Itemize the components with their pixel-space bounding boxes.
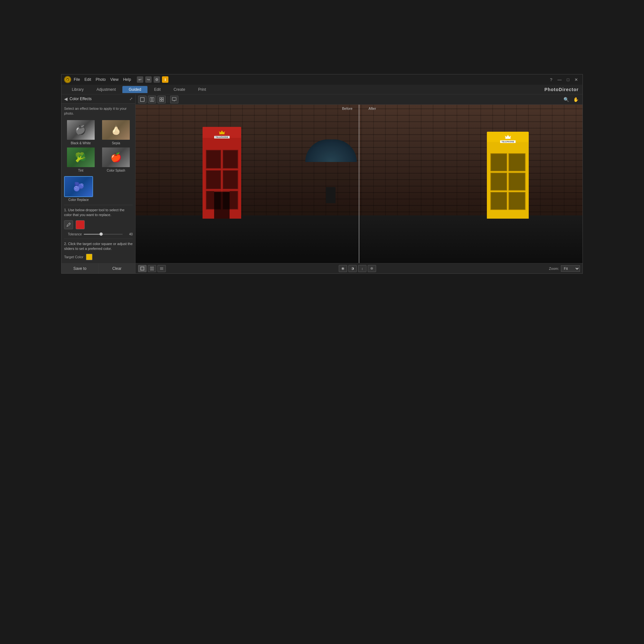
view-grid-btn[interactable] xyxy=(157,96,166,103)
view-monitor-btn[interactable] xyxy=(170,96,178,103)
menu-edit[interactable]: Edit xyxy=(84,77,91,82)
source-color-swatch[interactable] xyxy=(76,220,85,229)
photo-canvas: TELEPHONE xyxy=(136,105,582,263)
view-single-btn[interactable] xyxy=(138,96,147,103)
effect-splash-thumbnail xyxy=(101,147,130,168)
umbrella xyxy=(305,139,357,162)
svg-point-4 xyxy=(67,226,68,227)
target-color-label: Target Color xyxy=(64,255,83,259)
svg-rect-6 xyxy=(150,98,152,101)
menu-file[interactable]: File xyxy=(74,77,80,82)
svg-rect-15 xyxy=(141,267,144,270)
after-label: After xyxy=(369,107,376,110)
magnify-icon[interactable]: 🔍 xyxy=(562,96,570,103)
panel-description: Select an effect below to apply it to yo… xyxy=(64,106,133,116)
person-body xyxy=(326,187,336,203)
single-view-btn[interactable] xyxy=(138,265,147,272)
tolerance-slider[interactable] xyxy=(84,234,123,235)
mask-btn[interactable]: ◉ xyxy=(339,265,347,272)
menu-help[interactable]: Help xyxy=(123,77,131,82)
effect-tint-thumbnail xyxy=(66,147,95,168)
effect-sepia-thumbnail xyxy=(101,119,130,140)
settings-icon[interactable]: ⚙ xyxy=(154,76,160,83)
info2-btn[interactable]: ⊕ xyxy=(368,265,376,272)
bottom-toolbar: ◉ ◑ ↕ ⊕ Zoom: Fit 25% 50% 75% 100% 150% … xyxy=(136,263,582,273)
tab-adjustment[interactable]: Adjustment xyxy=(90,86,122,93)
target-color-swatch[interactable] xyxy=(86,254,92,260)
effect-splash[interactable]: Color Splash xyxy=(99,147,133,172)
effect-bw[interactable]: Black & White xyxy=(64,119,98,145)
title-bar: P File Edit Photo View Help ↩ ↪ ⚙ ℹ ? — … xyxy=(62,74,582,85)
panel-header: ◀ Color Effects ⤢ xyxy=(62,94,135,104)
svg-line-3 xyxy=(69,223,70,224)
zoom-select[interactable]: Fit 25% 50% 75% 100% 150% 200% xyxy=(561,265,580,272)
yellow-booth-sign: TELEPHONE xyxy=(500,140,516,143)
yellow-window-4 xyxy=(508,173,526,191)
tab-create[interactable]: Create xyxy=(167,86,192,93)
yellow-window-2 xyxy=(508,153,526,171)
red-phone-booth: TELEPHONE xyxy=(203,127,241,219)
effect-tint[interactable]: Tint xyxy=(64,147,98,172)
tolerance-row: Tolerance 40 xyxy=(64,232,133,236)
nav-tabs: Library Adjustment Guided Edit Create Pr… xyxy=(62,85,582,94)
effects-grid: Black & White Sepia Tint xyxy=(64,119,133,172)
redo-icon[interactable]: ↪ xyxy=(145,76,152,83)
history-btn[interactable] xyxy=(157,265,166,272)
booth-window-1 xyxy=(206,150,221,169)
step1-text: 1. Use below dropper tool to select the … xyxy=(64,208,133,218)
eyedropper-button[interactable] xyxy=(64,220,73,229)
svg-rect-17 xyxy=(152,267,154,270)
effect-replace-label: Color Replace xyxy=(68,198,89,202)
sepia-thumb-inner xyxy=(102,120,130,140)
help-btn[interactable]: ? xyxy=(548,77,554,83)
info-icon[interactable]: ℹ xyxy=(162,76,168,83)
yellow-booth-body: TELEPHONE xyxy=(487,132,529,219)
svg-rect-5 xyxy=(140,98,144,101)
toolbar-icons: ↩ ↪ ⚙ ℹ xyxy=(137,76,168,83)
panel-export-icon[interactable]: ⤢ xyxy=(129,97,133,101)
tab-print[interactable]: Print xyxy=(192,86,213,93)
toolbar-divider xyxy=(168,96,168,103)
svg-rect-10 xyxy=(160,100,161,101)
tab-guided[interactable]: Guided xyxy=(122,86,148,93)
effect-sepia[interactable]: Sepia xyxy=(99,119,133,145)
back-button[interactable]: ◀ xyxy=(64,96,68,101)
panel-body: Select an effect below to apply it to yo… xyxy=(62,104,135,263)
tab-library[interactable]: Library xyxy=(65,86,90,93)
view-split-btn[interactable] xyxy=(148,96,156,103)
bottom-right-tools: Zoom: Fit 25% 50% 75% 100% 150% 200% xyxy=(549,265,580,272)
target-color-row: Target Color xyxy=(64,254,133,260)
effect-splash-label: Color Splash xyxy=(107,169,125,172)
svg-rect-12 xyxy=(172,98,176,100)
svg-rect-11 xyxy=(162,100,164,101)
photo-main[interactable]: Before After TELEPHON xyxy=(136,105,582,263)
histogram-btn[interactable]: ↕ xyxy=(358,265,366,272)
menu-view[interactable]: View xyxy=(110,77,118,82)
effect-replace[interactable]: Color Replace xyxy=(64,176,93,202)
close-btn[interactable]: ✕ xyxy=(573,77,580,83)
undo-icon[interactable]: ↩ xyxy=(137,76,143,83)
red-booth-body: TELEPHONE xyxy=(203,127,241,219)
bw-thumb-inner xyxy=(67,120,95,140)
svg-rect-8 xyxy=(160,98,161,99)
panel-header-left: ◀ Color Effects xyxy=(64,96,91,101)
save-to-button[interactable]: Save to xyxy=(62,264,99,273)
tab-edit[interactable]: Edit xyxy=(147,86,167,93)
split-line[interactable] xyxy=(359,105,359,263)
hand-icon[interactable]: ✋ xyxy=(572,96,580,103)
photo-area: 🔍 ✋ Before After xyxy=(136,94,582,273)
minimize-btn[interactable]: — xyxy=(555,77,563,83)
divider-1 xyxy=(64,205,133,205)
split-view-btn[interactable] xyxy=(148,265,156,272)
clear-button[interactable]: Clear xyxy=(99,264,135,273)
yellow-window-1 xyxy=(490,153,507,171)
svg-rect-9 xyxy=(162,98,164,99)
red-booth-crown xyxy=(219,130,225,134)
compare-btn[interactable]: ◑ xyxy=(348,265,357,272)
svg-rect-7 xyxy=(152,98,154,101)
maximize-btn[interactable]: □ xyxy=(565,77,571,83)
menu-photo[interactable]: Photo xyxy=(96,77,106,82)
effect-replace-thumbnail xyxy=(64,176,93,197)
effect-tint-label: Tint xyxy=(78,169,83,172)
yellow-window-6 xyxy=(508,192,526,210)
